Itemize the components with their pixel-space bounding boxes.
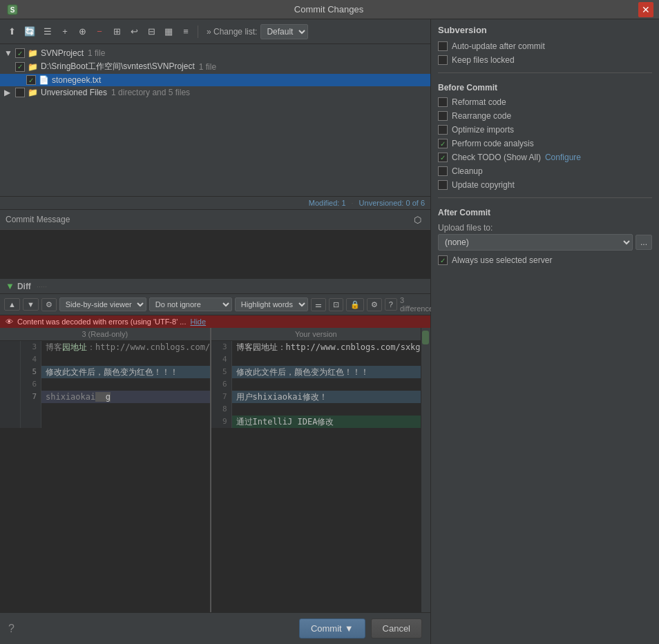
before-commit-label: Before Commit [438,83,652,92]
commit-message-header: Commit Message ⬡ [0,210,430,229]
after-commit-label: After Commit [438,208,652,217]
checkbox-svnproject[interactable] [15,48,25,58]
svnproject-label: SVNProject [41,48,84,58]
subversion-label: Subversion [438,25,652,35]
upload-label: Upload files to: [438,223,652,233]
configure-link[interactable]: Configure [545,153,581,162]
path-detail: 1 file [199,62,216,72]
always-use-row[interactable]: Always use selected server [438,253,652,267]
toolbar-btn-add[interactable]: + [57,24,73,39]
right-pane-content[interactable]: 3 博客园地址：http://www.cnblogs.com/sxkgeek 4… [211,341,421,612]
cleanup-label: Cleanup [452,166,483,176]
keep-locked-checkbox[interactable] [438,55,448,65]
update-copyright-label: Update copyright [452,180,515,190]
perform-analysis-label: Perform code analysis [452,139,534,148]
diff-viewer-select[interactable]: Side-by-side viewer Unified viewer [59,297,146,311]
diff-hide-link[interactable]: Hide [190,318,206,326]
toolbar-btn-undo[interactable]: ↩ [126,24,142,39]
diff-header: ▼ Diff ····· [0,279,430,294]
toolbar-btn-refresh[interactable]: ⬆ [4,24,19,39]
upload-more-btn[interactable]: ... [636,235,652,250]
reformat-checkbox[interactable] [438,97,448,107]
diff-settings-btn[interactable]: ⚙ [41,298,57,311]
diff-toolbar: ▲ ▼ ⚙ Side-by-side viewer Unified viewer… [0,294,430,315]
checkbox-stonegeek[interactable] [26,75,36,85]
diff-columns-btn[interactable]: ⊡ [329,298,343,311]
rearrange-row[interactable]: Rearrange code [438,109,652,123]
help-button[interactable]: ? [8,623,15,635]
left-line-8 [0,403,210,416]
check-todo-row[interactable]: Check TODO (Show All) Configure [438,150,652,164]
optimize-row[interactable]: Optimize imports [438,123,652,137]
auto-update-checkbox[interactable] [438,41,448,51]
toolbar-btn-diff[interactable]: ⊟ [144,24,159,39]
tree-item-stonegeek[interactable]: 📄 stonegeek.txt [0,74,430,86]
tree-item-unversioned[interactable]: ▶ 📁 Unversioned Files 1 directory and 5 … [0,86,430,99]
unversioned-detail: 1 directory and 5 files [111,88,190,97]
commit-button[interactable]: Commit ▼ [299,618,365,638]
diff-ignore-select[interactable]: Do not ignore Ignore whitespace [149,297,232,311]
diff-prev-btn[interactable]: ▲ [4,298,20,311]
toolbar-btn-remove[interactable]: − [92,24,107,39]
right-line-4: 4 [211,353,421,366]
diff-next-btn[interactable]: ▼ [23,298,39,311]
perform-analysis-row[interactable]: Perform code analysis [438,137,652,150]
diff-error-bar: 👁 Content was decoded with errors (using… [0,315,430,328]
file-tree: ▼ 📁 SVNProject 1 file ▼ 📁 D:\SringBoot工作… [0,44,430,196]
reformat-row[interactable]: Reformat code [438,95,652,109]
left-line-9 [0,416,210,428]
cancel-button[interactable]: Cancel [371,618,422,638]
title-bar: S Commit Changes ✕ [0,0,659,19]
diff-gear-btn[interactable]: ⚙ [367,298,382,311]
diff-highlight-select[interactable]: Highlight words Highlight chars No highl… [235,297,308,311]
stonegeek-label: stonegeek.txt [52,75,101,85]
svnproject-detail: 1 file [88,48,105,58]
close-button[interactable]: ✕ [638,2,653,17]
toolbar-btn-expand[interactable]: ⊞ [109,24,124,39]
diff-scrollbar[interactable] [421,328,430,612]
commit-message-icon-btn[interactable]: ⬡ [410,212,425,227]
bottom-bar: ? Commit ▼ Cancel [0,612,430,644]
folder-icon-3: 📁 [28,88,38,97]
diff-align-btn[interactable]: ⚌ [311,298,326,311]
perform-analysis-checkbox[interactable] [438,139,448,148]
toolbar-btn-view[interactable]: ▦ [161,24,176,39]
toolbar-btn-group[interactable]: ☰ [40,24,55,39]
right-diff-pane: Your version 3 博客园地址：http://www.cnblogs.… [211,328,421,612]
cleanup-checkbox[interactable] [438,166,448,176]
tree-item-path[interactable]: ▼ 📁 D:\SringBoot工作空间\svntest\SVNProject … [0,59,430,74]
folder-icon-2: 📁 [28,62,38,72]
diff-lock-btn[interactable]: 🔒 [346,298,364,311]
update-copyright-checkbox[interactable] [438,180,448,190]
left-line-6: 6 [0,378,210,391]
checkbox-unversioned[interactable] [15,88,25,97]
toolbar-btn-menu[interactable]: ≡ [178,24,193,39]
toolbar-separator [198,26,198,38]
cleanup-row[interactable]: Cleanup [438,164,652,178]
right-line-6: 6 [211,378,421,391]
checkbox-path[interactable] [15,62,25,72]
right-line-3: 3 博客园地址：http://www.cnblogs.com/sxkgeek [211,341,421,353]
update-copyright-row[interactable]: Update copyright [438,178,652,192]
toolbar-btn-sync[interactable]: 🔄 [21,24,38,39]
always-use-checkbox[interactable] [438,255,448,265]
check-todo-checkbox[interactable] [438,153,448,162]
changelist-select[interactable]: Default [260,24,308,39]
left-pane-content[interactable]: 3 博客园地址：http://www.cnblogs.com/sxkgeek 4 [0,341,210,612]
auto-update-label: Auto-update after commit [452,41,545,51]
commit-message-input[interactable] [0,229,430,277]
right-line-5: 5 修改此文件后，颜色变为红色！！！ [211,366,421,378]
right-panel: Subversion Auto-update after commit Keep… [431,19,659,644]
rearrange-checkbox[interactable] [438,111,448,121]
optimize-checkbox[interactable] [438,125,448,135]
toolbar-btn-include[interactable]: ⊕ [75,24,90,39]
tree-item-svnproject[interactable]: ▼ 📁 SVNProject 1 file [0,47,430,59]
auto-update-row[interactable]: Auto-update after commit [438,39,652,53]
upload-select[interactable]: (none) [438,234,633,251]
left-diff-pane: 3 (Read-only) 3 博客园地址：http://www.cnblogs… [0,328,210,612]
svg-text:S: S [10,6,15,14]
diff-help-btn[interactable]: ? [385,298,397,311]
left-pane-header: 3 (Read-only) [0,328,210,341]
keep-locked-row[interactable]: Keep files locked [438,53,652,67]
unversioned-label: Unversioned Files [41,88,107,97]
